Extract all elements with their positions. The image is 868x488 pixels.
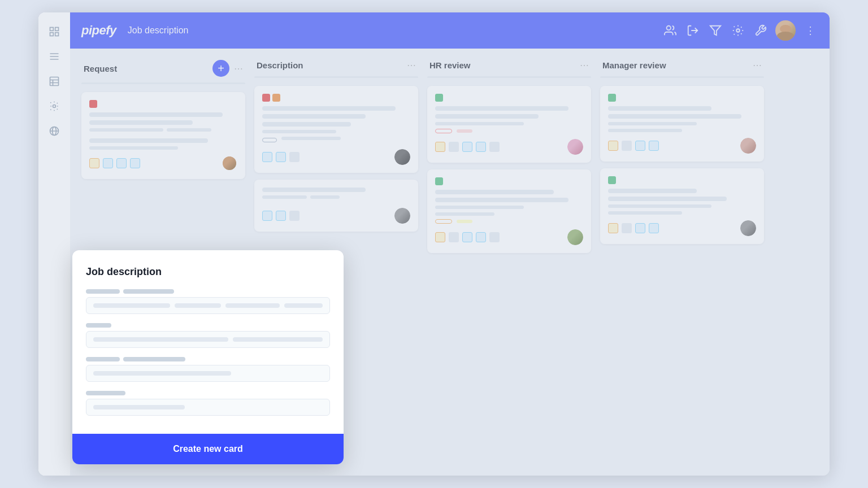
form-label-2 xyxy=(86,323,330,328)
form-input-2[interactable] xyxy=(86,331,330,348)
modal-title: Job description xyxy=(86,266,330,278)
form-label-1 xyxy=(86,289,330,294)
modal-body: Job description xyxy=(72,250,344,434)
form-input-3[interactable] xyxy=(86,365,330,382)
app-window: pipefy Job description xyxy=(38,12,830,476)
form-label-bar xyxy=(86,323,111,328)
create-new-card-button[interactable]: Create new card xyxy=(173,444,243,454)
form-label-bar xyxy=(123,357,185,361)
modal-footer: Create new card xyxy=(72,434,344,464)
form-input-bar xyxy=(93,337,228,342)
create-card-modal: Job description xyxy=(72,250,344,464)
form-group-4 xyxy=(86,391,330,416)
form-input-4[interactable] xyxy=(86,399,330,416)
form-input-bar xyxy=(284,303,323,308)
form-input-bar xyxy=(233,337,323,342)
form-label-bar xyxy=(86,357,120,361)
form-label-bar xyxy=(123,289,174,294)
form-input-bar xyxy=(225,303,280,308)
form-input-bar xyxy=(93,371,231,376)
form-label-4 xyxy=(86,391,330,395)
form-group-3 xyxy=(86,357,330,382)
form-label-bar xyxy=(86,391,125,395)
form-input-1[interactable] xyxy=(86,297,330,314)
form-input-bar xyxy=(175,303,221,308)
form-label-3 xyxy=(86,357,330,361)
form-label-bar xyxy=(86,289,120,294)
form-group-1 xyxy=(86,289,330,314)
form-group-2 xyxy=(86,323,330,348)
modal-overlay: Job description xyxy=(38,12,830,476)
form-input-bar xyxy=(93,405,185,409)
form-input-bar xyxy=(93,303,170,308)
